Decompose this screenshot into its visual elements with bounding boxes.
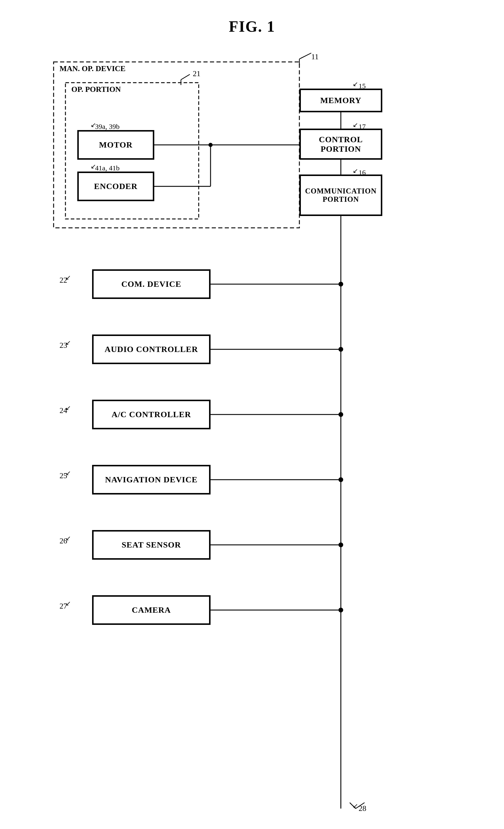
svg-point-21 bbox=[339, 477, 343, 482]
ref-21: 21 bbox=[193, 69, 200, 78]
camera-box: CAMERA bbox=[92, 595, 210, 625]
encoder-box: ENCODER bbox=[77, 172, 154, 201]
svg-point-25 bbox=[339, 608, 343, 612]
svg-point-9 bbox=[208, 143, 212, 147]
ref-24-arrow: ↙ bbox=[66, 404, 71, 412]
audio-controller-box: AUDIO CONTROLLER bbox=[92, 334, 210, 364]
svg-line-3 bbox=[299, 53, 311, 59]
ref-22-arrow: ↙ bbox=[66, 274, 71, 282]
ref-11: 11 bbox=[311, 52, 319, 61]
svg-point-15 bbox=[339, 282, 343, 287]
ref-41ab-arrow: ↙ bbox=[91, 163, 96, 170]
ref-16-arrow: ↙ bbox=[353, 167, 358, 175]
com-device-box: COM. DEVICE bbox=[92, 269, 210, 299]
ref-15-arrow: ↙ bbox=[353, 80, 358, 88]
ref-15: 15 bbox=[359, 82, 366, 90]
ref-27-arrow: ↙ bbox=[66, 600, 71, 607]
svg-point-23 bbox=[339, 542, 343, 547]
ref-23-arrow: ↙ bbox=[66, 339, 71, 347]
svg-point-19 bbox=[339, 412, 343, 417]
memory-box: MEMORY bbox=[299, 88, 382, 112]
ref-28: 28 bbox=[359, 804, 366, 813]
page-title: FIG. 1 bbox=[0, 0, 504, 50]
ref-17: 17 bbox=[359, 123, 366, 131]
man-op-device-label: MAN. OP. DEVICE bbox=[60, 64, 125, 73]
ref-28-arrow: ↙ bbox=[353, 802, 358, 810]
navigation-device-box: NAVIGATION DEVICE bbox=[92, 465, 210, 495]
control-portion-box: CONTROL PORTION bbox=[299, 129, 382, 160]
op-portion-label: OP. PORTION bbox=[71, 85, 121, 94]
svg-point-17 bbox=[339, 347, 343, 352]
seat-sensor-box: SEAT SENSOR bbox=[92, 530, 210, 560]
svg-line-5 bbox=[181, 74, 190, 80]
ref-39ab-arrow: ↙ bbox=[91, 121, 96, 129]
ref-17-arrow: ↙ bbox=[353, 121, 358, 129]
ac-controller-box: A/C CONTROLLER bbox=[92, 400, 210, 429]
ref-16: 16 bbox=[359, 169, 366, 177]
ref-41ab: 41a, 41b bbox=[95, 164, 120, 172]
comm-portion-box: COMMUNICATIONPORTION bbox=[299, 175, 382, 216]
ref-39ab: 39a, 39b bbox=[95, 123, 120, 131]
motor-box: MOTOR bbox=[77, 130, 154, 160]
ref-26-arrow: ↙ bbox=[66, 535, 71, 542]
ref-25-arrow: ↙ bbox=[66, 469, 71, 477]
